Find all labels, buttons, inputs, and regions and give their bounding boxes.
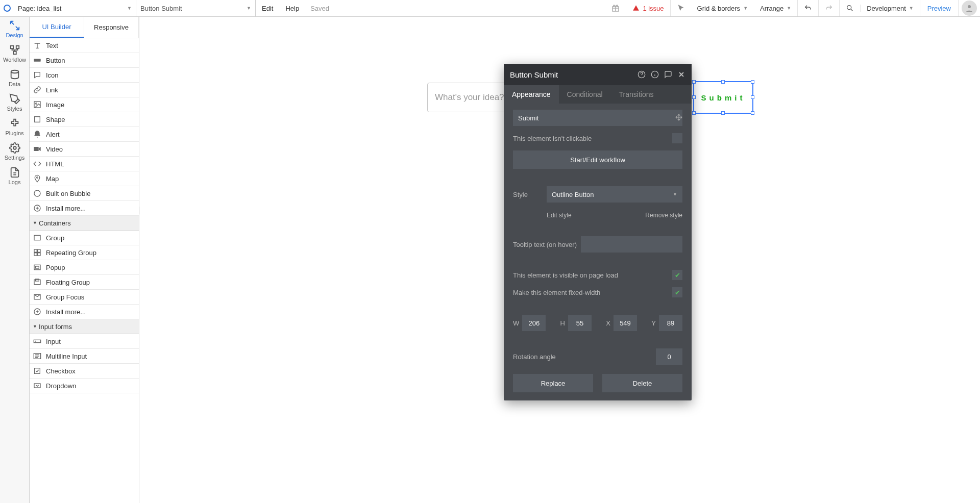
palette-install[interactable]: Install more...	[30, 305, 139, 319]
section-containers[interactable]: ▼Containers	[30, 216, 139, 231]
edit-style-link[interactable]: Edit style	[547, 212, 572, 219]
svg-rect-6	[13, 52, 16, 55]
palette-checkbox[interactable]: Checkbox	[30, 364, 139, 379]
page-selector-label: Page: idea_list	[18, 5, 61, 12]
help-icon[interactable]	[638, 70, 646, 79]
tab-ui-builder[interactable]: UI Builder	[30, 17, 84, 38]
resize-handle-tr[interactable]	[751, 80, 754, 84]
palette-item-label: Install more...	[46, 308, 86, 316]
palette-shape[interactable]: Shape	[30, 112, 139, 127]
element-selector[interactable]: Button Submit ▼	[136, 0, 256, 16]
not-clickable-checkbox[interactable]	[672, 133, 682, 143]
nav-settings[interactable]: Settings	[0, 139, 29, 164]
element-text-input[interactable]	[513, 110, 682, 126]
install-icon	[33, 204, 42, 213]
palette-button[interactable]: Button	[30, 53, 139, 68]
redo-button[interactable]	[818, 0, 839, 16]
palette-text[interactable]: Text	[30, 38, 139, 53]
width-input[interactable]	[522, 315, 546, 331]
palette-link[interactable]: Link	[30, 83, 139, 97]
preview-button[interactable]: Preview	[920, 0, 959, 16]
undo-button[interactable]	[797, 0, 818, 16]
palette-map[interactable]: Map	[30, 171, 139, 186]
palette-multiline[interactable]: Multiline Input	[30, 349, 139, 364]
style-select[interactable]: Outline Button ▼	[547, 186, 682, 203]
environment-selector[interactable]: Development ▼	[860, 5, 920, 12]
help-menu[interactable]: Help	[279, 0, 305, 16]
inspector-header[interactable]: Button Submit	[504, 64, 692, 85]
cursor-icon[interactable]	[670, 0, 691, 16]
resize-handle-mt[interactable]	[721, 80, 725, 84]
start-workflow-button[interactable]: Start/Edit workflow	[513, 150, 682, 169]
nav-data[interactable]: Data	[0, 66, 29, 90]
fixed-width-checkbox[interactable]	[672, 287, 682, 297]
palette-alert[interactable]: Alert	[30, 127, 139, 142]
resize-handle-mr[interactable]	[751, 95, 754, 99]
palette-repeating[interactable]: Repeating Group	[30, 245, 139, 260]
palette-bubble[interactable]: Built on Bubble	[30, 186, 139, 201]
input-icon	[33, 337, 42, 346]
nav-data-label: Data	[9, 81, 20, 87]
delete-button[interactable]: Delete	[602, 374, 682, 392]
nav-design[interactable]: Design	[0, 17, 29, 41]
height-input[interactable]	[568, 315, 592, 331]
comment-icon[interactable]	[664, 70, 672, 79]
resize-handle-mb[interactable]	[721, 111, 725, 115]
grid-borders-menu[interactable]: Grid & borders ▼	[691, 5, 754, 12]
info-icon[interactable]	[651, 70, 659, 79]
x-label: X	[606, 319, 610, 327]
resize-handle-tl[interactable]	[692, 80, 696, 84]
nav-workflow[interactable]: Workflow	[0, 41, 29, 66]
palette-dropdown[interactable]: Dropdown	[30, 379, 139, 393]
edit-menu[interactable]: Edit	[256, 0, 279, 16]
visible-checkbox[interactable]	[672, 270, 682, 280]
palette-focus[interactable]: Group Focus	[30, 290, 139, 305]
selected-element-submit-button[interactable]: Submit	[693, 81, 753, 114]
x-input[interactable]	[614, 315, 637, 331]
palette-floating[interactable]: Floating Group	[30, 275, 139, 290]
close-icon[interactable]	[677, 70, 685, 79]
palette-input[interactable]: Input	[30, 334, 139, 349]
tab-transitions[interactable]: Transitions	[611, 85, 662, 104]
checkbox-icon	[33, 366, 42, 375]
tab-appearance[interactable]: Appearance	[504, 85, 559, 104]
rotation-input[interactable]	[656, 348, 682, 365]
resize-handle-bl[interactable]	[692, 111, 696, 115]
resize-handle-br[interactable]	[751, 111, 754, 115]
nav-logs[interactable]: Logs	[0, 164, 29, 188]
palette-video[interactable]: Video	[30, 142, 139, 157]
not-clickable-label: This element isn't clickable	[513, 135, 592, 142]
palette-group[interactable]: Group	[30, 231, 139, 245]
palette-install[interactable]: Install more...	[30, 201, 139, 216]
issues-badge[interactable]: 1 issue	[626, 5, 670, 12]
arrange-menu[interactable]: Arrange ▼	[754, 5, 797, 12]
tab-responsive[interactable]: Responsive	[84, 17, 139, 38]
tab-conditional[interactable]: Conditional	[559, 85, 611, 104]
section-input-forms[interactable]: ▼Input forms	[30, 319, 139, 334]
group-icon	[33, 233, 42, 242]
svg-rect-18	[34, 249, 37, 252]
page-selector[interactable]: Page: idea_list ▼	[14, 0, 136, 16]
spacer	[513, 305, 682, 308]
palette-icon[interactable]: Icon	[30, 68, 139, 83]
bubble-logo[interactable]	[0, 0, 14, 17]
tooltip-input[interactable]	[581, 236, 682, 253]
nav-styles[interactable]: Styles	[0, 90, 29, 115]
idea-input-placeholder: What's your idea?	[435, 92, 504, 103]
remove-style-link[interactable]: Remove style	[645, 212, 682, 219]
nav-plugins[interactable]: Plugins	[0, 115, 29, 139]
palette-popup[interactable]: Popup	[30, 260, 139, 275]
visible-row: This element is visible on page load	[513, 270, 682, 280]
replace-button[interactable]: Replace	[513, 374, 593, 392]
resize-handle-ml[interactable]	[692, 95, 696, 99]
move-icon[interactable]	[675, 114, 682, 122]
palette-image[interactable]: Image	[30, 97, 139, 112]
palette-html[interactable]: HTML	[30, 157, 139, 171]
account-avatar[interactable]	[962, 1, 977, 16]
image-icon	[33, 100, 42, 109]
gift-icon[interactable]	[605, 0, 626, 16]
canvas[interactable]: What's your idea? Submit Button Submit	[139, 17, 980, 503]
search-icon[interactable]	[839, 0, 860, 16]
y-input[interactable]	[659, 315, 682, 331]
property-inspector[interactable]: Button Submit Appearance Conditional Tra…	[504, 64, 692, 400]
